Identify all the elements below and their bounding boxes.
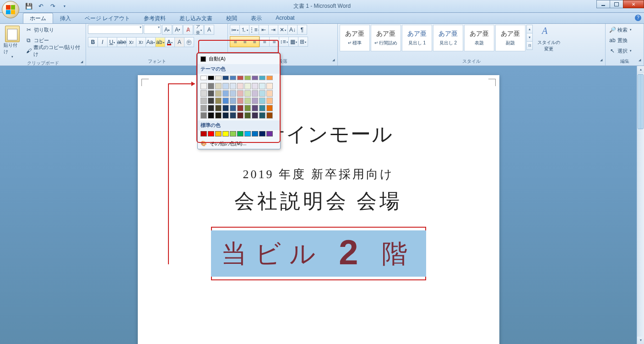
theme-swatch[interactable]: [237, 83, 244, 89]
theme-swatch[interactable]: [252, 76, 258, 80]
tab-insert[interactable]: 挿入: [53, 13, 78, 23]
scroll-down-button[interactable]: ▾: [637, 337, 644, 344]
tab-references[interactable]: 参考資料: [137, 13, 173, 23]
theme-swatch[interactable]: [259, 105, 265, 111]
theme-swatch[interactable]: [259, 112, 265, 119]
standard-swatch[interactable]: [230, 131, 236, 137]
theme-swatch[interactable]: [208, 98, 214, 104]
theme-swatch[interactable]: [200, 105, 207, 111]
theme-swatch[interactable]: [208, 105, 214, 111]
theme-swatch[interactable]: [215, 98, 222, 104]
minimize-button[interactable]: [596, 0, 610, 8]
borders-button[interactable]: ⊞: [298, 37, 308, 47]
theme-swatch[interactable]: [266, 90, 273, 97]
theme-swatch[interactable]: [208, 90, 214, 97]
standard-swatch[interactable]: [208, 131, 214, 137]
theme-swatch[interactable]: [208, 76, 214, 80]
theme-swatch[interactable]: [200, 83, 207, 89]
style-gallery[interactable]: あア亜↵ 標準 あア亜↵ 行間詰め あア亜見出し 1 あア亜見出し 2 あア亜表…: [340, 25, 533, 51]
enclose-char-button[interactable]: ㊥: [184, 37, 194, 47]
clear-format-button[interactable]: A̷: [183, 25, 193, 35]
italic-button[interactable]: I: [97, 37, 108, 47]
gallery-more-button[interactable]: ⊟: [526, 41, 533, 50]
char-border-button[interactable]: A: [204, 25, 214, 35]
theme-swatch[interactable]: [237, 112, 244, 119]
replace-button[interactable]: ab置換: [607, 35, 633, 45]
tab-layout[interactable]: ページ レイアウト: [78, 13, 137, 23]
scroll-thumb[interactable]: [638, 74, 644, 129]
tab-review[interactable]: 校閲: [219, 13, 244, 23]
style-title[interactable]: あア亜表題: [464, 25, 494, 51]
theme-swatch[interactable]: [222, 105, 229, 111]
subscript-button[interactable]: x2: [126, 37, 136, 47]
theme-swatch[interactable]: [237, 98, 244, 104]
theme-swatch[interactable]: [208, 112, 214, 119]
font-size-combo[interactable]: [144, 25, 161, 34]
standard-swatch[interactable]: [237, 131, 244, 137]
theme-swatch[interactable]: [244, 98, 251, 104]
style-nospacing[interactable]: あア亜↵ 行間詰め: [371, 25, 401, 51]
theme-swatch[interactable]: [230, 83, 236, 89]
shading-button[interactable]: ▦: [288, 37, 298, 47]
theme-swatch[interactable]: [200, 112, 207, 119]
standard-swatch[interactable]: [200, 131, 207, 137]
theme-swatch[interactable]: [200, 98, 207, 104]
help-icon[interactable]: ?: [635, 15, 641, 21]
cut-button[interactable]: ✂切り取り: [24, 25, 84, 35]
theme-swatch[interactable]: [244, 112, 251, 119]
theme-swatch[interactable]: [230, 76, 236, 80]
standard-swatch[interactable]: [244, 131, 251, 137]
theme-swatch[interactable]: [259, 83, 265, 89]
undo-icon[interactable]: ↶: [36, 2, 46, 11]
theme-swatch[interactable]: [259, 98, 265, 104]
theme-swatch[interactable]: [222, 76, 229, 80]
char-shading-button[interactable]: A: [174, 37, 184, 47]
theme-swatch[interactable]: [208, 83, 214, 89]
font-color-button[interactable]: A: [165, 37, 175, 47]
multilevel-button[interactable]: ⋮≡: [249, 25, 259, 35]
theme-swatch[interactable]: [237, 90, 244, 97]
theme-swatch[interactable]: [237, 105, 244, 111]
theme-swatch[interactable]: [266, 112, 273, 119]
maximize-button[interactable]: [610, 0, 623, 8]
bullets-button[interactable]: ≔: [230, 25, 240, 35]
office-button[interactable]: [2, 1, 21, 20]
theme-swatch[interactable]: [222, 90, 229, 97]
tab-home[interactable]: ホーム: [23, 13, 53, 23]
qat-more-icon[interactable]: ▾: [60, 2, 70, 11]
standard-swatch[interactable]: [266, 131, 273, 137]
theme-swatch[interactable]: [200, 90, 207, 97]
theme-swatch[interactable]: [230, 112, 236, 119]
indent-button[interactable]: ⇥: [268, 25, 278, 35]
phonetic-guide-button[interactable]: ア亜: [194, 25, 204, 35]
superscript-button[interactable]: x2: [136, 37, 146, 47]
theme-swatch[interactable]: [244, 105, 251, 111]
theme-swatch[interactable]: [230, 98, 236, 104]
standard-swatch[interactable]: [252, 131, 258, 137]
change-styles-button[interactable]: A スタイルの 変更: [536, 25, 562, 53]
theme-swatch[interactable]: [230, 105, 236, 111]
style-heading1[interactable]: あア亜見出し 1: [402, 25, 432, 51]
page[interactable]: 社サインモール 2019 年度 新卒採用向け 会社説明会 会場 当ビル 2 階: [138, 75, 499, 344]
change-case-button[interactable]: Aa: [146, 37, 156, 47]
theme-swatch[interactable]: [266, 76, 273, 80]
theme-swatch[interactable]: [222, 112, 229, 119]
vertical-scrollbar[interactable]: ▴ ▾: [637, 66, 644, 344]
underline-button[interactable]: U: [107, 37, 117, 47]
theme-swatch[interactable]: [215, 76, 222, 80]
gallery-down-button[interactable]: ▾: [526, 33, 533, 42]
more-colors-item[interactable]: 🎨 その他の色(M)...: [198, 138, 280, 149]
outdent-button[interactable]: ⇤: [259, 25, 269, 35]
theme-swatch[interactable]: [215, 83, 222, 89]
theme-swatch[interactable]: [252, 90, 258, 97]
standard-swatch[interactable]: [222, 131, 229, 137]
strike-button[interactable]: abe: [117, 37, 127, 47]
font-family-combo[interactable]: [88, 25, 143, 34]
bold-button[interactable]: B: [88, 37, 98, 47]
theme-swatch[interactable]: [266, 98, 273, 104]
close-button[interactable]: [623, 0, 644, 8]
theme-swatch[interactable]: [252, 112, 258, 119]
find-button[interactable]: 🔎検索▾: [607, 25, 633, 35]
theme-swatch[interactable]: [222, 98, 229, 104]
theme-swatch[interactable]: [266, 105, 273, 111]
